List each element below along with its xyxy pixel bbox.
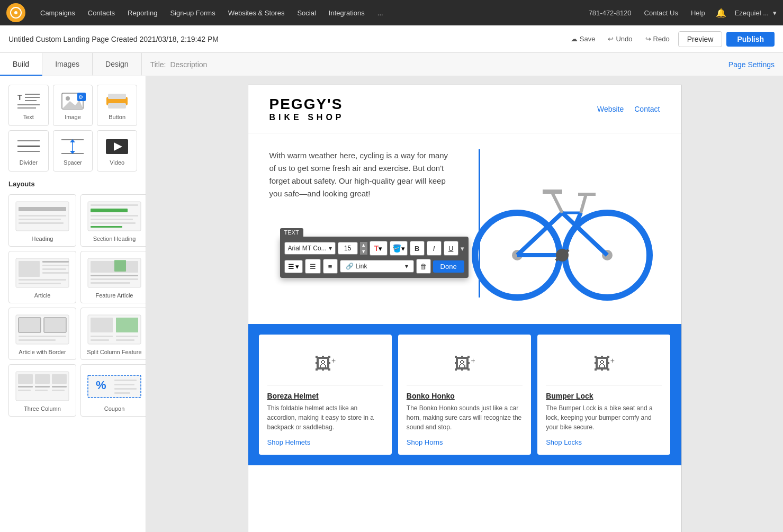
link-input[interactable]: 🔗 Link ▾: [340, 260, 414, 273]
header-website-link[interactable]: Website: [597, 105, 624, 113]
svg-rect-44: [42, 272, 69, 274]
product-title-1: Bonko Honko: [407, 392, 523, 400]
layout-coupon[interactable]: % Coupon: [80, 364, 146, 417]
product-link-1[interactable]: Shop Horns: [407, 438, 523, 446]
help-link[interactable]: Help: [685, 9, 712, 17]
layouts-grid: Heading Section Heading: [8, 194, 137, 417]
bg-color-picker[interactable]: 🪣 ▾: [390, 241, 408, 256]
save-button[interactable]: ☁ Save: [566, 33, 600, 45]
sidebar-item-text[interactable]: T Text: [8, 85, 49, 126]
font-selector[interactable]: Arial MT Co... ▾: [284, 242, 336, 255]
svg-line-90: [581, 194, 586, 213]
chevron-down-icon: ▾: [773, 9, 777, 17]
svg-rect-19: [17, 151, 40, 152]
sidebar-item-label: Spacer: [64, 159, 82, 166]
sidebar-item-image[interactable]: ⚙ Image: [53, 85, 93, 126]
tab-images[interactable]: Images: [42, 53, 93, 76]
svg-rect-57: [19, 339, 56, 341]
svg-rect-37: [91, 222, 136, 224]
nav-integrations[interactable]: Integrations: [322, 0, 371, 25]
notification-bell-icon[interactable]: 🔔: [712, 8, 731, 18]
header-contact-link[interactable]: Contact: [634, 105, 660, 113]
sidebar-item-button[interactable]: Button: [97, 85, 137, 126]
svg-rect-74: [52, 390, 65, 391]
redo-button[interactable]: ↪ Redo: [641, 33, 674, 45]
svg-point-2: [14, 11, 17, 14]
contact-us-link[interactable]: Contact Us: [638, 9, 685, 17]
sidebar-item-spacer[interactable]: Spacer: [53, 130, 93, 172]
product-image-area-2[interactable]: 🖼+: [546, 343, 662, 385]
ordered-list-button[interactable]: ≡: [323, 259, 338, 274]
product-link-2[interactable]: Shop Locks: [546, 438, 662, 446]
product-link-0[interactable]: Shop Helmets: [267, 438, 383, 446]
svg-rect-66: [18, 374, 33, 384]
tab-build[interactable]: Build: [0, 53, 42, 76]
hero-text: With warm weather here, cycling is a way…: [269, 149, 454, 200]
layout-feature-article[interactable]: Feature Article: [80, 251, 146, 303]
publish-button[interactable]: Publish: [726, 32, 775, 47]
product-image-area-0[interactable]: 🖼+: [267, 343, 383, 385]
svg-rect-17: [17, 140, 40, 141]
svg-rect-29: [19, 215, 66, 217]
font-name: Arial MT Co...: [288, 245, 327, 252]
svg-rect-42: [42, 265, 69, 266]
svg-rect-34: [91, 209, 128, 212]
sidebar: T Text: [0, 76, 146, 532]
undo-button[interactable]: ↩ Undo: [604, 33, 636, 45]
svg-rect-54: [19, 318, 41, 332]
font-size-input[interactable]: 15: [338, 242, 358, 255]
unordered-list-button[interactable]: ☰: [305, 259, 321, 274]
layout-article-border[interactable]: Article with Border: [8, 308, 76, 360]
layout-split-column[interactable]: Split Column Feature: [80, 308, 146, 360]
font-size-up[interactable]: ▲: [360, 242, 367, 248]
align-selector[interactable]: ☰ ▾: [284, 260, 303, 273]
svg-rect-15: [108, 94, 126, 99]
products-section: 🖼+ Boreza Helmet This foldable helmet ac…: [248, 324, 681, 465]
chevron-down-icon: ▾: [401, 245, 405, 253]
italic-button[interactable]: I: [427, 241, 442, 256]
sidebar-item-video[interactable]: Video: [97, 130, 137, 172]
layout-label: Split Column Feature: [87, 349, 141, 355]
layout-article[interactable]: Article: [8, 251, 76, 303]
nav-websites-stores[interactable]: Websites & Stores: [222, 0, 291, 25]
nav-social[interactable]: Social: [291, 0, 322, 25]
product-desc-1: The Bonko Honko sounds just like a car h…: [407, 403, 523, 432]
chevron-down-icon: ▾: [295, 263, 299, 270]
layout-three-column[interactable]: Three Column: [8, 364, 76, 417]
logo[interactable]: [6, 3, 25, 22]
nav-campaigns[interactable]: Campaigns: [34, 0, 82, 25]
svg-rect-71: [35, 386, 50, 387]
text-color-picker[interactable]: T ▾: [370, 241, 388, 256]
layout-section-heading[interactable]: Section Heading: [80, 194, 146, 247]
sidebar-item-divider[interactable]: Divider: [8, 130, 49, 172]
page-settings-link[interactable]: Page Settings: [720, 60, 783, 69]
title-value: Description: [170, 60, 207, 69]
done-button[interactable]: Done: [433, 260, 464, 273]
build-bar: Build Images Design Title: Description P…: [0, 53, 783, 76]
delete-button[interactable]: 🗑: [416, 259, 431, 274]
svg-point-10: [66, 96, 70, 101]
svg-rect-49: [114, 260, 126, 272]
product-image-area-1[interactable]: 🖼+: [407, 343, 523, 385]
nav-signup-forms[interactable]: Sign-up Forms: [164, 0, 221, 25]
svg-rect-31: [19, 222, 64, 224]
sidebar-item-label: Image: [65, 114, 81, 120]
text-toolbar: TEXT Arial MT Co... ▾ 15 ▲ ▼: [280, 228, 469, 278]
svg-rect-55: [44, 318, 66, 332]
bold-button[interactable]: B: [410, 241, 425, 256]
font-size-down[interactable]: ▼: [360, 248, 367, 255]
button-block-icon: [104, 91, 130, 112]
underline-button[interactable]: U: [444, 241, 458, 256]
nav-reporting[interactable]: Reporting: [121, 0, 164, 25]
user-menu[interactable]: Ezequiel ...: [731, 9, 773, 17]
svg-rect-60: [116, 318, 138, 332]
preview-button[interactable]: Preview: [678, 31, 723, 47]
tab-design[interactable]: Design: [93, 53, 142, 76]
nav-more[interactable]: ...: [371, 0, 390, 25]
layout-heading[interactable]: Heading: [8, 194, 76, 247]
svg-rect-41: [42, 261, 69, 263]
svg-rect-67: [35, 374, 50, 384]
svg-rect-30: [19, 219, 61, 220]
nav-contacts[interactable]: Contacts: [82, 0, 121, 25]
toolbar-body: Arial MT Co... ▾ 15 ▲ ▼ T ▾: [280, 237, 469, 278]
